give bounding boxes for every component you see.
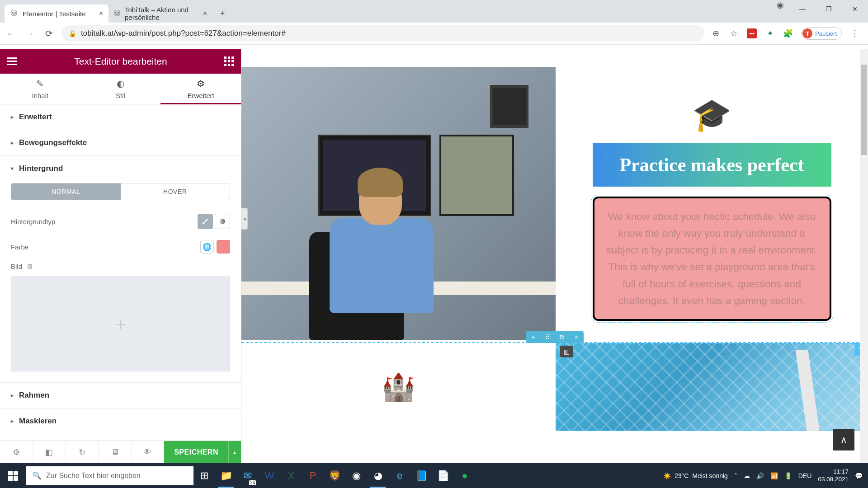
url-text: tobitalk.at/wp-admin/post.php?post=627&a… [81, 29, 286, 38]
close-icon[interactable]: × [99, 9, 103, 18]
tab-style[interactable]: ◐Stil [80, 74, 161, 104]
save-options-button[interactable]: ▴ [228, 441, 241, 463]
accordion-advanced[interactable]: ▸Erweitert [0, 104, 241, 130]
duplicate-section-icon[interactable]: ⧉ [555, 331, 569, 343]
bg-image-label: Bild [11, 263, 22, 270]
taskbar-search[interactable]: 🔍 Zur Suche Text hier eingeben [26, 466, 193, 485]
extension-lastpass-icon[interactable]: ••• [747, 28, 757, 38]
battery-icon[interactable]: 🔋 [784, 472, 792, 479]
notifications-icon[interactable]: 💬 [855, 472, 863, 479]
wordpress-icon: ⓦ [10, 9, 18, 18]
scrollbar[interactable] [860, 49, 868, 463]
new-tab-button[interactable]: + [215, 6, 230, 21]
tab-advanced[interactable]: ⚙Erweitert [160, 74, 241, 104]
excel-icon[interactable]: X [280, 463, 302, 488]
kebab-menu-icon[interactable]: ⋮ [850, 28, 860, 38]
brave-icon[interactable]: 🦁 [324, 463, 345, 488]
chevron-down-icon: ▾ [11, 165, 14, 172]
navigator-button[interactable]: ◧ [33, 441, 66, 463]
file-explorer-icon[interactable]: 📁 [215, 463, 237, 488]
responsive-button[interactable]: 🖥 [99, 441, 132, 463]
edit-section-icon[interactable]: ⠿ [540, 331, 555, 343]
accordion-mask[interactable]: ▸Maskieren [0, 408, 241, 434]
weather-text: Meist sonnig [692, 472, 728, 479]
browser-tab-1[interactable]: ⓦ Elementor | Testseite × [5, 5, 108, 23]
accordion-border[interactable]: ▸Rahmen [0, 383, 241, 408]
scroll-to-top-button[interactable]: ∧ [833, 429, 854, 450]
save-button[interactable]: SPEICHERN [164, 441, 228, 463]
pencil-icon: ✎ [36, 78, 44, 89]
avatar: T [802, 28, 812, 38]
lock-icon: 🔒 [69, 30, 76, 37]
preview-button[interactable]: 👁 [132, 441, 165, 463]
extension-icon[interactable]: ✦ [765, 28, 775, 38]
reload-button[interactable]: ⟳ [42, 27, 55, 40]
state-hover[interactable]: HOVER [121, 183, 230, 200]
cast-icon[interactable]: ◉ [771, 0, 789, 10]
contrast-icon: ◐ [117, 78, 124, 89]
start-button[interactable] [0, 463, 26, 488]
accordion-background[interactable]: ▾Hintergrund [0, 156, 241, 181]
menu-icon[interactable] [7, 57, 17, 65]
language-indicator[interactable]: DEU [798, 472, 812, 479]
castle-icon[interactable]: 🏰 [382, 371, 415, 403]
minimize-button[interactable]: — [789, 0, 816, 18]
tab-content[interactable]: ✎Inhalt [0, 74, 80, 104]
weather-widget[interactable]: ☀️ 23°C Meist sonnig [663, 472, 728, 479]
volume-icon[interactable]: 🔊 [756, 472, 764, 479]
edge-icon[interactable]: e [389, 463, 410, 488]
devices-icon[interactable]: 🖥 [26, 263, 33, 270]
chrome-icon[interactable]: ◕ [367, 463, 389, 488]
delete-section-icon[interactable]: × [569, 331, 584, 343]
powerpoint-icon[interactable]: P [302, 463, 324, 488]
column[interactable]: 🏰 [241, 343, 556, 431]
word-icon[interactable]: W [259, 463, 280, 488]
panel-collapse-handle[interactable]: ◂ [241, 208, 248, 230]
extensions-puzzle-icon[interactable]: 🧩 [783, 28, 793, 38]
maximize-button[interactable]: ❐ [816, 0, 842, 18]
section[interactable]: + ⠿ ⧉ × 🏰 ▥ ✎ [241, 342, 868, 431]
graduation-cap-icon[interactable]: 🎓 [692, 96, 731, 133]
image-widget[interactable] [241, 67, 556, 340]
widgets-grid-icon[interactable] [224, 56, 234, 66]
text-editor-widget[interactable]: We know about your hectic schedule. We a… [593, 197, 831, 321]
address-bar[interactable]: 🔒 tobitalk.at/wp-admin/post.php?post=627… [61, 25, 704, 42]
back-button[interactable]: ← [5, 27, 17, 40]
accordion-motion-effects[interactable]: ▸Bewegungseffekte [0, 130, 241, 155]
obs-icon[interactable]: ◉ [345, 463, 367, 488]
profile-status: Pausiert [815, 30, 837, 37]
image-upload-area[interactable]: ＋ [11, 277, 230, 371]
wifi-icon[interactable]: 📶 [770, 472, 778, 479]
notepad-icon[interactable]: 📄 [432, 463, 454, 488]
bg-type-classic[interactable] [198, 214, 213, 229]
zoom-icon[interactable]: ⊕ [711, 28, 721, 38]
elementor-panel: Text-Editor bearbeiten ✎Inhalt ◐Stil ⚙Er… [0, 49, 241, 463]
chevron-right-icon: ▸ [11, 114, 14, 120]
profile-button[interactable]: T Pausiert [801, 27, 842, 40]
close-icon[interactable]: × [203, 9, 207, 18]
tray-chevron-icon[interactable]: ˄ [734, 472, 737, 479]
state-normal[interactable]: NORMAL [11, 183, 121, 200]
bookmark-star-icon[interactable]: ☆ [729, 28, 739, 38]
settings-button[interactable]: ⚙ [0, 441, 33, 463]
editor-canvas[interactable]: 🎓 Practice makes perfect We know about y… [241, 49, 868, 463]
heading-widget[interactable]: Practice makes perfect [593, 143, 831, 187]
global-color-button[interactable]: 🌐 [200, 240, 214, 253]
close-window-button[interactable]: ✕ [842, 0, 868, 18]
bg-type-label: Hintergrundtyp [11, 218, 55, 225]
browser-tab-2[interactable]: ⓦ TobiTalk – Aktien und persönliche × [108, 5, 212, 23]
column-handle-icon[interactable]: ▥ [560, 346, 573, 357]
time-text: 11:17 [818, 468, 849, 476]
color-swatch[interactable] [217, 240, 230, 253]
column[interactable]: ▥ ✎ [556, 343, 868, 431]
app-icon[interactable]: 📘 [410, 463, 432, 488]
spotify-icon[interactable]: ● [454, 463, 476, 488]
add-section-icon[interactable]: + [526, 331, 540, 343]
mail-icon[interactable]: ✉24 [237, 463, 259, 488]
task-view-icon[interactable]: ⊞ [193, 463, 215, 488]
onedrive-icon[interactable]: ☁ [744, 472, 750, 479]
bg-type-gradient[interactable] [215, 214, 230, 229]
image-widget[interactable] [556, 343, 868, 431]
clock[interactable]: 11:17 03.08.2021 [818, 468, 849, 483]
history-button[interactable]: ↻ [66, 441, 99, 463]
